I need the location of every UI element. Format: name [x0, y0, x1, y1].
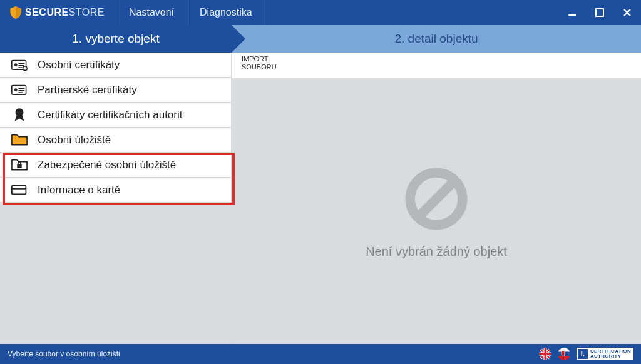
sidebar: Osobní certifikáty Partnerské certifikát…: [0, 53, 232, 344]
window-close-button[interactable]: [613, 0, 641, 25]
certification-authority-badge[interactable]: I. CERTIFICATION AUTHORITY: [577, 348, 633, 360]
cert-line2: AUTHORITY: [590, 354, 631, 359]
shield-icon: [10, 6, 21, 19]
main-area: Osobní certifikáty Partnerské certifikát…: [0, 53, 641, 344]
svg-point-3: [14, 63, 18, 66]
sidebar-item-label: Partnerské certifikáty: [38, 84, 137, 96]
cert-card-icon: [11, 58, 28, 72]
folder-icon: [11, 133, 28, 147]
brand-secure: SECURE: [25, 7, 69, 18]
step-header: 1. vyberte objekt 2. detail objektu: [0, 25, 641, 53]
menu-diagnostics[interactable]: Diagnostika: [187, 0, 265, 25]
sidebar-item-personal-certificates[interactable]: Osobní certifikáty: [0, 53, 231, 78]
flag-sk-icon[interactable]: [558, 348, 570, 360]
svg-rect-10: [12, 188, 26, 190]
maximize-icon: [595, 8, 604, 17]
svg-rect-5: [12, 85, 26, 94]
sidebar-item-label: Osobní úložiště: [38, 134, 111, 146]
sidebar-item-label: Informace o kartě: [38, 184, 120, 196]
sidebar-item-label: Zabezpečené osobní úložiště: [38, 159, 176, 171]
app-title: SECURESTORE: [25, 7, 105, 18]
svg-rect-9: [12, 186, 26, 195]
svg-line-12: [420, 182, 453, 215]
no-selection-icon: [402, 164, 471, 233]
detail-panel: IMPORT SOUBORU Není vybrán žádný objekt: [232, 53, 641, 344]
step-select-object[interactable]: 1. vyberte objekt: [0, 25, 232, 53]
titlebar: SECURESTORE Nastavení Diagnostika: [0, 0, 641, 25]
svg-rect-0: [568, 14, 576, 16]
cert-badge-square-icon: I.: [578, 349, 588, 359]
ca-badge-icon: [11, 108, 28, 122]
cert-badge-text: CERTIFICATION AUTHORITY: [590, 349, 631, 359]
detail-toolbar: IMPORT SOUBORU: [232, 53, 641, 79]
close-icon: [623, 8, 632, 17]
empty-state-text: Není vybrán žádný objekt: [366, 245, 507, 259]
step-object-detail[interactable]: 2. detail objektu: [232, 25, 641, 53]
flag-uk-icon[interactable]: [539, 348, 551, 360]
sidebar-item-ca-certificates[interactable]: Certifikáty certifikačních autorit: [0, 103, 231, 128]
sidebar-item-personal-storage[interactable]: Osobní úložiště: [0, 128, 231, 153]
sidebar-item-label: Certifikáty certifikačních autorit: [38, 109, 182, 121]
svg-point-6: [14, 88, 18, 91]
sidebar-item-secure-personal-storage[interactable]: Zabezpečené osobní úložiště: [0, 153, 231, 178]
statusbar: Vyberte soubor v osobním úložišti I. CER…: [0, 344, 641, 364]
svg-rect-1: [596, 9, 603, 16]
window-minimize-button[interactable]: [558, 0, 586, 25]
brand-store: STORE: [69, 7, 105, 18]
sidebar-list: Osobní certifikáty Partnerské certifikát…: [0, 53, 231, 203]
app-logo: SECURESTORE: [0, 0, 116, 25]
minimize-icon: [568, 8, 577, 17]
import-file-button[interactable]: IMPORT SOUBORU: [242, 55, 277, 71]
folder-lock-icon: [11, 158, 28, 172]
sidebar-item-label: Osobní certifikáty: [38, 59, 120, 71]
window-maximize-button[interactable]: [586, 0, 613, 25]
menu-settings[interactable]: Nastavení: [116, 0, 187, 25]
card-icon: [11, 183, 28, 197]
status-hint: Vyberte soubor v osobním úložišti: [8, 350, 120, 358]
sidebar-item-card-info[interactable]: Informace o kartě: [0, 178, 231, 203]
svg-rect-16: [558, 356, 570, 360]
titlebar-spacer: [265, 0, 558, 25]
detail-empty-state: Není vybrán žádný objekt: [232, 79, 641, 344]
partner-cert-icon: [11, 83, 28, 97]
svg-rect-8: [17, 164, 21, 168]
sidebar-item-partner-certificates[interactable]: Partnerské certifikáty: [0, 78, 231, 103]
